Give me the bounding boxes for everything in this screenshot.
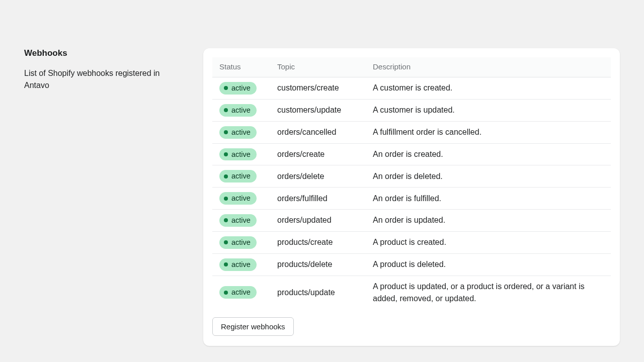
table-header-topic: Topic — [270, 57, 366, 77]
status-badge: active — [219, 214, 257, 227]
status-label: active — [231, 194, 251, 203]
table-row: activeorders/fulfilledAn order is fulfil… — [212, 188, 611, 210]
table-row: activeorders/cancelledA fulfillment orde… — [212, 121, 611, 143]
description-cell: A product is updated, or a product is or… — [366, 276, 611, 309]
table-row: activeproducts/updateA product is update… — [212, 276, 611, 309]
topic-cell: orders/fulfilled — [270, 188, 366, 210]
status-dot-icon — [224, 130, 228, 134]
topic-cell: products/update — [270, 276, 366, 309]
description-cell: A fulfillment order is cancelled. — [366, 121, 611, 143]
status-dot-icon — [224, 262, 228, 266]
status-badge: active — [219, 82, 257, 95]
status-badge: active — [219, 236, 257, 249]
table-row: activeorders/createAn order is created. — [212, 143, 611, 165]
status-badge: active — [219, 170, 257, 183]
status-label: active — [231, 128, 251, 137]
status-dot-icon — [224, 197, 228, 201]
table-row: activecustomers/createA customer is crea… — [212, 77, 611, 100]
topic-cell: products/create — [270, 231, 366, 253]
status-dot-icon — [224, 218, 228, 222]
status-badge: active — [219, 192, 257, 205]
topic-cell: customers/update — [270, 99, 366, 121]
status-dot-icon — [224, 291, 228, 295]
status-label: active — [231, 216, 251, 225]
table-row: activeorders/updatedAn order is updated. — [212, 210, 611, 232]
status-badge: active — [219, 148, 257, 161]
table-header-status: Status — [212, 57, 270, 77]
status-label: active — [231, 288, 251, 297]
status-dot-icon — [224, 174, 228, 178]
status-label: active — [231, 83, 251, 93]
topic-cell: products/delete — [270, 253, 366, 276]
topic-cell: orders/updated — [270, 210, 366, 232]
description-cell: An order is deleted. — [366, 165, 611, 188]
webhooks-card: Status Topic Description activecustomers… — [203, 48, 620, 346]
status-label: active — [231, 150, 251, 159]
section-title: Webhooks — [24, 48, 175, 58]
status-dot-icon — [224, 152, 228, 156]
table-row: activeorders/deleteAn order is deleted. — [212, 165, 611, 188]
topic-cell: customers/create — [270, 77, 366, 100]
description-cell: An order is created. — [366, 143, 611, 165]
description-cell: A product is created. — [366, 231, 611, 253]
status-label: active — [231, 238, 251, 247]
description-cell: A customer is created. — [366, 77, 611, 100]
description-cell: An order is updated. — [366, 210, 611, 232]
status-dot-icon — [224, 240, 228, 244]
description-cell: A product is deleted. — [366, 253, 611, 276]
topic-cell: orders/cancelled — [270, 121, 366, 143]
section-description: List of Shopify webhooks registered in A… — [24, 67, 175, 92]
description-cell: An order is fulfilled. — [366, 188, 611, 210]
status-badge: active — [219, 104, 257, 117]
status-dot-icon — [224, 86, 228, 90]
status-dot-icon — [224, 108, 228, 112]
topic-cell: orders/delete — [270, 165, 366, 188]
topic-cell: orders/create — [270, 143, 366, 165]
status-badge: active — [219, 258, 257, 271]
status-badge: active — [219, 286, 257, 299]
table-row: activeproducts/createA product is create… — [212, 231, 611, 253]
description-cell: A customer is updated. — [366, 99, 611, 121]
register-webhooks-button[interactable]: Register webhooks — [212, 317, 294, 336]
webhooks-table: Status Topic Description activecustomers… — [212, 57, 611, 309]
table-header-description: Description — [366, 57, 611, 77]
table-row: activecustomers/updateA customer is upda… — [212, 99, 611, 121]
status-badge: active — [219, 126, 257, 139]
table-row: activeproducts/deleteA product is delete… — [212, 253, 611, 276]
status-label: active — [231, 171, 251, 181]
status-label: active — [231, 106, 251, 115]
status-label: active — [231, 260, 251, 269]
